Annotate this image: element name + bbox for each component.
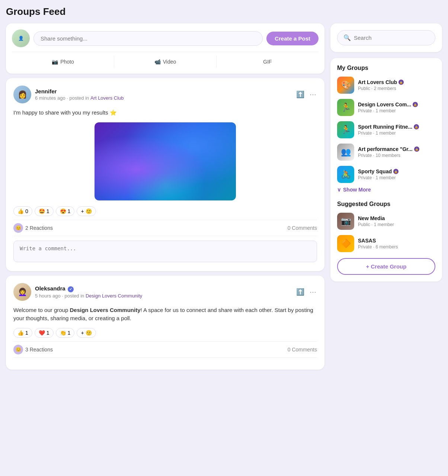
- my-groups-list: 🎨 Art Lovers Club 🔒 Public · 2 members 🏃: [337, 77, 435, 183]
- smiley-icon: 🙂: [86, 208, 92, 214]
- reactions-count-label: 2 Reactions: [25, 225, 53, 231]
- group-name: New Media: [358, 215, 435, 221]
- group-name: Art performance "Gr... 🔒: [358, 146, 435, 152]
- share-input[interactable]: [33, 31, 263, 46]
- heart-eyes-icon: 😍: [60, 208, 66, 214]
- comment-input[interactable]: [13, 241, 317, 262]
- sidebar: 🔍 My Groups 🎨 Art Lovers Club 🔒: [330, 23, 442, 282]
- group-name: Sporty Squad 🔒: [358, 168, 435, 174]
- post-author-name: Jennifer: [35, 88, 124, 94]
- camera-icon: 📷: [52, 59, 58, 65]
- group-name: Art Lovers Club 🔒: [358, 79, 435, 85]
- post-text: I'm happy to share with you my results ⭐: [13, 109, 317, 117]
- heart-icon: ❤️: [39, 330, 45, 336]
- chevron-down-icon: ∨: [337, 187, 341, 193]
- video-label: Video: [163, 59, 176, 65]
- video-icon: 📹: [154, 59, 161, 65]
- groups-sidebar-card: My Groups 🎨 Art Lovers Club 🔒 Public · 2…: [330, 58, 442, 282]
- create-post-button[interactable]: Create a Post: [266, 32, 319, 45]
- show-more-label: Show More: [343, 187, 371, 193]
- page-title: Groups Feed: [6, 6, 442, 17]
- post-author-name: Oleksandra ✓: [35, 285, 142, 292]
- add-reaction-button[interactable]: + 🙂: [77, 328, 96, 338]
- main-feed: 👤 Create a Post 📷 Photo 📹 Video GIF: [6, 23, 324, 370]
- post-stats: 😊 3 Reactions 0 Comments: [13, 341, 317, 358]
- plus-icon: +: [81, 208, 84, 214]
- reaction-chip-heart-eyes[interactable]: 😍 1: [56, 206, 75, 216]
- group-thumbnail: 👥: [337, 144, 354, 161]
- search-card: 🔍: [330, 23, 442, 52]
- reactions-count-label: 3 Reactions: [25, 347, 53, 353]
- show-more-button[interactable]: ∨ Show More: [337, 185, 371, 194]
- group-meta: Private · 1 member: [358, 108, 435, 113]
- group-item[interactable]: 🚴 Sporty Squad 🔒 Private · 1 member: [337, 166, 435, 183]
- search-input[interactable]: [354, 35, 429, 41]
- reactions-avatar: 😊: [13, 345, 23, 354]
- group-thumbnail: 🚴: [337, 166, 354, 183]
- group-thumbnail: 📷: [337, 213, 354, 230]
- reaction-chip-heart[interactable]: ❤️ 1: [35, 328, 54, 338]
- group-meta: Private · 1 member: [358, 175, 435, 180]
- reaction-count: 1: [25, 330, 28, 336]
- reaction-chip-clap[interactable]: 👏 1: [56, 328, 75, 338]
- post-group-link[interactable]: Design Lovers Community: [86, 293, 142, 299]
- group-thumbnail: 🔶: [337, 235, 354, 252]
- photo-button[interactable]: 📷 Photo: [12, 56, 114, 68]
- group-thumbnail: 🎨: [337, 77, 354, 94]
- photo-label: Photo: [60, 59, 74, 65]
- post-meta: 6 minutes ago · posted in Art Lovers Clu…: [35, 95, 124, 101]
- group-meta: Public · 1 member: [358, 222, 435, 227]
- reaction-count: 1: [68, 208, 71, 214]
- thumbs-up-icon: 👍: [17, 208, 24, 214]
- create-post-card: 👤 Create a Post 📷 Photo 📹 Video GIF: [6, 23, 324, 74]
- post-author-avatar: 👩‍🦱: [13, 283, 31, 301]
- group-thumbnail: 🏃: [337, 121, 354, 138]
- group-name: Design Lovers Com... 🔒: [358, 102, 435, 107]
- reaction-chip-thumbs-up[interactable]: 👍 1: [13, 328, 32, 338]
- group-item[interactable]: 🎨 Art Lovers Club 🔒 Public · 2 members: [337, 77, 435, 94]
- search-box: 🔍: [337, 30, 435, 45]
- post-more-options-button[interactable]: ⋯: [309, 90, 317, 99]
- reaction-chip-star-struck[interactable]: 🤩 1: [35, 206, 54, 216]
- lock-icon: 🔒: [414, 147, 419, 152]
- post-author-avatar: 👩: [13, 86, 31, 103]
- search-icon: 🔍: [343, 34, 351, 41]
- group-item[interactable]: 🏃 Design Lovers Com... 🔒 Private · 1 mem…: [337, 99, 435, 116]
- create-group-button[interactable]: + Create Group: [337, 258, 435, 275]
- group-meta: Public · 2 members: [358, 86, 435, 91]
- reactions-avatar: 😊: [13, 223, 23, 233]
- reaction-count: 1: [47, 330, 49, 336]
- group-item[interactable]: 📷 New Media Public · 1 member: [337, 213, 435, 230]
- current-user-avatar: 👤: [12, 29, 30, 47]
- lock-icon: 🔒: [413, 102, 418, 107]
- group-meta: Private · 6 members: [358, 244, 435, 250]
- verified-badge: ✓: [68, 286, 74, 292]
- add-reaction-button[interactable]: + 🙂: [77, 206, 96, 216]
- group-name: SASAS: [358, 238, 435, 244]
- group-name: Sport Running Fitne... 🔒: [358, 124, 435, 130]
- post-text: Welcome to our group Design Lovers Commu…: [13, 306, 317, 323]
- lock-icon: 🔒: [393, 169, 399, 174]
- suggested-groups-list: 📷 New Media Public · 1 member 🔶: [337, 213, 435, 252]
- reactions-row: 👍 1 ❤️ 1 👏 1 + 🙂: [13, 328, 317, 338]
- gif-button[interactable]: GIF: [217, 56, 319, 68]
- lock-icon: 🔒: [399, 80, 404, 85]
- share-post-button[interactable]: ⬆️: [295, 287, 305, 297]
- lock-icon: 🔒: [414, 124, 419, 129]
- post-group-link[interactable]: Art Lovers Club: [90, 95, 124, 101]
- group-item[interactable]: 🔶 SASAS Private · 6 members: [337, 235, 435, 252]
- group-meta: Private · 10 members: [358, 153, 435, 158]
- media-actions: 📷 Photo 📹 Video GIF: [12, 52, 319, 68]
- video-button[interactable]: 📹 Video: [114, 56, 217, 68]
- group-item[interactable]: 🏃 Sport Running Fitne... 🔒 Private · 1 m…: [337, 121, 435, 138]
- smiley-icon: 🙂: [86, 330, 92, 336]
- post-more-options-button[interactable]: ⋯: [309, 287, 317, 297]
- reaction-chip-thumbs-up[interactable]: 👍 0: [13, 206, 32, 216]
- post-image: [95, 122, 236, 200]
- post-stats: 😊 2 Reactions 0 Comments: [13, 220, 317, 236]
- group-item[interactable]: 👥 Art performance "Gr... 🔒 Private · 10 …: [337, 144, 435, 161]
- post-meta: 5 hours ago · posted in Design Lovers Co…: [35, 293, 142, 299]
- star-struck-icon: 🤩: [39, 208, 45, 214]
- share-post-button[interactable]: ⬆️: [295, 90, 305, 99]
- comments-count: 0 Comments: [288, 225, 317, 231]
